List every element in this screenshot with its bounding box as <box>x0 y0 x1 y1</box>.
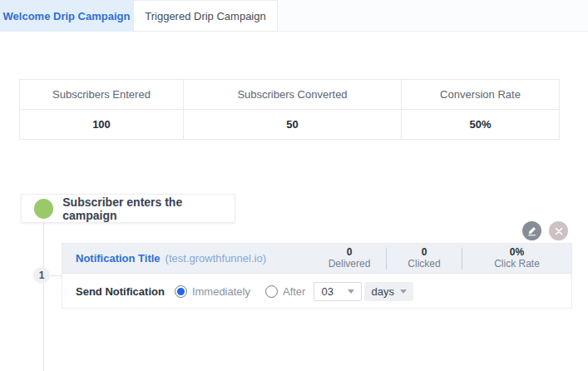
tab-triggered-drip-campaign[interactable]: Triggered Drip Campaign <box>133 0 278 32</box>
stat-clicked-label: Clicked <box>408 258 440 270</box>
notification-title: Notification Title <box>76 252 161 265</box>
notification-card-header: Notification Title (test.growthfunnel.io… <box>62 244 571 274</box>
radio-immediately-label: Immediately <box>192 285 250 298</box>
delay-value: 03 <box>321 285 333 298</box>
radio-unselected-icon <box>265 285 278 298</box>
notification-stats: 0 Delivered 0 Clicked 0% Click Rate <box>313 244 571 273</box>
trigger-label: Subscriber enters the campaign <box>62 195 235 222</box>
send-notification-label: Send Notification <box>76 285 165 298</box>
value-subscribers-converted: 50 <box>184 110 402 139</box>
stat-click-rate: 0% Click Rate <box>462 246 571 270</box>
radio-selected-icon <box>175 285 187 298</box>
edit-button[interactable] <box>522 221 541 240</box>
notification-card: Notification Title (test.growthfunnel.io… <box>62 243 572 309</box>
tab-welcome-drip-campaign[interactable]: Welcome Drip Campaign <box>0 0 133 32</box>
notification-domain: (test.growthfunnel.io) <box>166 252 266 265</box>
chevron-down-icon <box>348 289 354 294</box>
stat-delivered-value: 0 <box>347 246 353 258</box>
column-header-subscribers-converted: Subscribers Converted <box>184 80 402 110</box>
close-button[interactable] <box>549 221 568 240</box>
radio-after-label: After <box>283 285 305 298</box>
column-header-conversion-rate: Conversion Rate <box>402 80 559 110</box>
stat-clicked-value: 0 <box>422 246 427 258</box>
campaign-stats-table: Subscribers Entered Subscribers Converte… <box>19 79 560 140</box>
trigger-status-dot-icon <box>34 199 53 219</box>
radio-after[interactable]: After <box>265 285 305 298</box>
value-subscribers-entered: 100 <box>20 110 184 139</box>
stat-clicked: 0 Clicked <box>387 246 462 270</box>
stat-delivered: 0 Delivered <box>313 246 386 270</box>
delay-value-select[interactable]: 03 <box>314 282 362 301</box>
stat-click-rate-label: Click Rate <box>494 258 540 270</box>
value-conversion-rate: 50% <box>402 110 559 139</box>
column-header-subscribers-entered: Subscribers Entered <box>20 80 184 110</box>
chevron-down-icon <box>400 289 407 294</box>
flow-connector-line <box>50 275 62 276</box>
stat-click-rate-value: 0% <box>510 246 524 258</box>
delay-unit-select[interactable]: days <box>364 282 413 301</box>
radio-immediately[interactable]: Immediately <box>175 285 250 298</box>
flow-vertical-line <box>43 223 44 371</box>
pencil-icon <box>526 225 537 236</box>
step-number-badge: 1 <box>33 267 50 284</box>
campaign-tabs: Welcome Drip Campaign Triggered Drip Cam… <box>0 0 588 32</box>
send-notification-row: Send Notification Immediately After 03 d… <box>62 274 571 309</box>
stats-value-row: 100 50 50% <box>20 110 559 139</box>
delay-unit: days <box>371 285 393 298</box>
close-icon <box>554 226 564 236</box>
stat-delivered-label: Delivered <box>329 258 371 270</box>
tabbar-filler <box>278 0 588 32</box>
trigger-node[interactable]: Subscriber enters the campaign <box>21 194 235 223</box>
stats-header-row: Subscribers Entered Subscribers Converte… <box>20 80 559 110</box>
